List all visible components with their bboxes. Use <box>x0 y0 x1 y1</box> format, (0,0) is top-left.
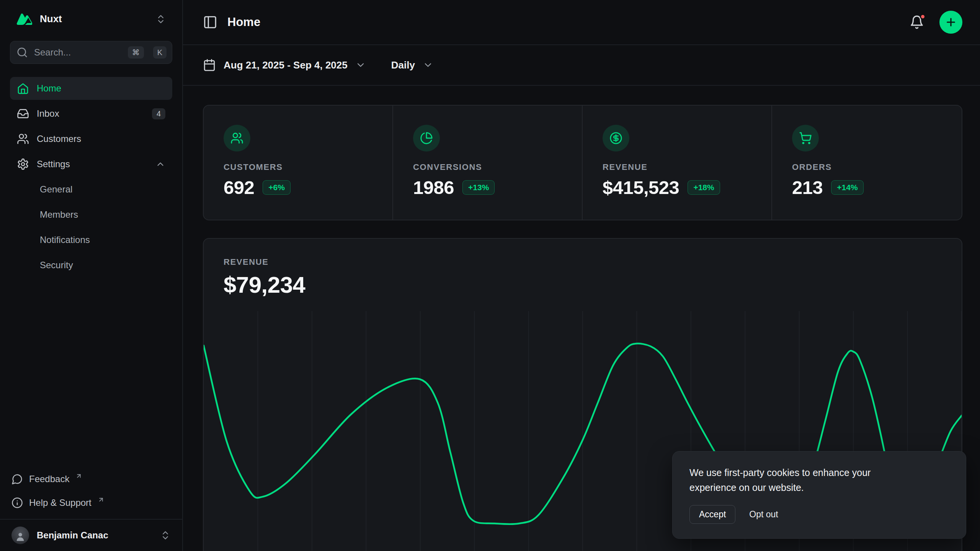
home-icon <box>17 82 29 95</box>
sidebar-item-home[interactable]: Home <box>10 77 172 100</box>
stat-label: REVENUE <box>603 162 751 172</box>
revenue-chart-label: REVENUE <box>224 257 942 267</box>
date-range-picker[interactable]: Aug 21, 2025 - Sep 4, 2025 <box>203 59 366 72</box>
stat-value: 1986 <box>413 177 454 198</box>
sidebar-item-label: Inbox <box>37 108 59 119</box>
stat-delta-badge: +6% <box>263 180 291 195</box>
sidebar-subitem-label: Security <box>40 260 73 271</box>
sidebar-nav: Home Inbox 4 Customers Settings <box>0 77 182 277</box>
stat-conversions: CONVERSIONS 1986 +13% <box>393 106 583 220</box>
users-icon <box>17 133 29 145</box>
cookie-actions: Accept Opt out <box>689 505 949 524</box>
users-icon <box>230 132 243 145</box>
chevron-down-icon <box>355 60 366 70</box>
calendar-icon <box>203 59 216 72</box>
stat-label: CUSTOMERS <box>224 162 372 172</box>
external-link-arrow-icon <box>75 473 82 479</box>
external-link-arrow-icon <box>98 496 105 503</box>
stat-value: 213 <box>792 177 823 198</box>
sidebar: Nuxt ⌘ K Home <box>0 0 183 551</box>
feedback-label: Feedback <box>29 474 69 484</box>
chevrons-up-down-icon <box>155 14 166 24</box>
person-icon <box>15 531 26 542</box>
sidebar-item-general[interactable]: General <box>10 178 172 201</box>
stat-label: ORDERS <box>792 162 942 172</box>
stat-revenue: REVENUE $415,523 +18% <box>583 106 772 220</box>
sidebar-item-settings[interactable]: Settings <box>10 153 172 176</box>
stat-delta-badge: +13% <box>462 180 495 195</box>
message-bubble-icon <box>11 473 23 485</box>
sidebar-item-customers[interactable]: Customers <box>10 127 172 150</box>
stats-card: CUSTOMERS 692 +6% CONVERSIONS 1986 <box>203 105 962 220</box>
sidebar-item-label: Customers <box>37 134 81 144</box>
sidebar-subitem-label: General <box>40 184 72 195</box>
header-actions <box>910 11 962 34</box>
stat-label: CONVERSIONS <box>413 162 562 172</box>
stat-icon-circle <box>792 125 819 152</box>
chevron-down-icon <box>423 60 433 70</box>
stat-customers: CUSTOMERS 692 +6% <box>204 106 393 220</box>
accept-cookies-button[interactable]: Accept <box>689 505 735 524</box>
stat-icon-circle <box>603 125 629 152</box>
sidebar-item-members[interactable]: Members <box>10 203 172 226</box>
user-name: Benjamin Canac <box>37 530 108 541</box>
cookie-banner: We use first-party cookies to enhance yo… <box>672 451 966 539</box>
notifications-button[interactable] <box>910 15 924 29</box>
sidebar-subitem-label: Members <box>40 209 78 220</box>
chevrons-up-down-icon <box>160 530 171 541</box>
sidebar-footer: Feedback Help & Support <box>0 469 182 513</box>
sidebar-item-inbox[interactable]: Inbox 4 <box>10 102 172 125</box>
inbox-count-badge: 4 <box>152 108 165 119</box>
feedback-link[interactable]: Feedback <box>11 469 171 489</box>
revenue-chart-value: $79,234 <box>224 272 942 298</box>
stat-icon-circle <box>224 125 250 152</box>
kbd-k: K <box>153 46 167 59</box>
add-button[interactable] <box>939 11 962 34</box>
kbd-meta: ⌘ <box>128 46 144 59</box>
avatar <box>11 527 29 544</box>
nuxt-logo-icon <box>16 13 32 25</box>
chevron-up-icon <box>155 159 165 169</box>
plus-icon <box>945 16 957 28</box>
toolbar: Aug 21, 2025 - Sep 4, 2025 Daily <box>183 45 980 86</box>
stat-delta-badge: +14% <box>831 180 863 195</box>
workspace-name: Nuxt <box>40 13 62 25</box>
cookie-message: We use first-party cookies to enhance yo… <box>689 465 911 495</box>
inbox-icon <box>17 108 29 120</box>
stat-delta-badge: +18% <box>688 180 720 195</box>
stat-orders: ORDERS 213 +14% <box>772 106 962 220</box>
sidebar-subitem-label: Notifications <box>40 235 90 245</box>
granularity-select[interactable]: Daily <box>391 59 433 71</box>
sidebar-top: Nuxt ⌘ K <box>0 0 182 64</box>
workspace-switcher[interactable]: Nuxt <box>10 8 172 30</box>
page-title: Home <box>227 15 260 29</box>
sidebar-spacer <box>0 277 182 469</box>
panel-left-icon[interactable] <box>203 15 217 29</box>
stat-value: $415,523 <box>603 177 679 198</box>
pie-chart-icon <box>420 132 433 145</box>
granularity-label: Daily <box>391 59 415 71</box>
gear-icon <box>17 158 29 170</box>
help-support-link[interactable]: Help & Support <box>11 493 171 513</box>
sidebar-item-notifications[interactable]: Notifications <box>10 228 172 251</box>
stat-value: 692 <box>224 177 254 198</box>
date-range-label: Aug 21, 2025 - Sep 4, 2025 <box>224 59 348 71</box>
dollar-circle-icon <box>609 132 622 145</box>
revenue-chart-head: REVENUE $79,234 <box>204 239 962 298</box>
header: Home <box>183 0 980 45</box>
info-circle-icon <box>11 497 23 509</box>
search-icon <box>16 47 28 58</box>
opt-out-button[interactable]: Opt out <box>749 509 778 520</box>
sidebar-item-label: Home <box>37 83 61 94</box>
cart-icon <box>799 132 812 145</box>
help-support-label: Help & Support <box>29 497 91 508</box>
sidebar-item-security[interactable]: Security <box>10 254 172 277</box>
search-input[interactable] <box>34 47 122 58</box>
stat-icon-circle <box>413 125 440 152</box>
sidebar-item-label: Settings <box>37 159 70 170</box>
user-menu[interactable]: Benjamin Canac <box>0 519 182 551</box>
notification-dot <box>920 14 926 20</box>
search-box[interactable]: ⌘ K <box>10 41 172 64</box>
